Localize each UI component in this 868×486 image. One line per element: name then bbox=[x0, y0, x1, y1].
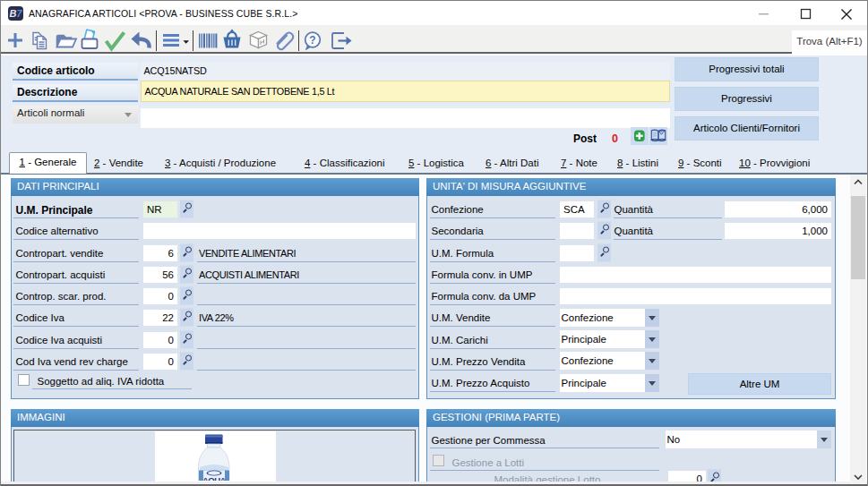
svg-text:?: ? bbox=[309, 34, 315, 47]
svg-text:AQUA: AQUA bbox=[202, 475, 227, 481]
